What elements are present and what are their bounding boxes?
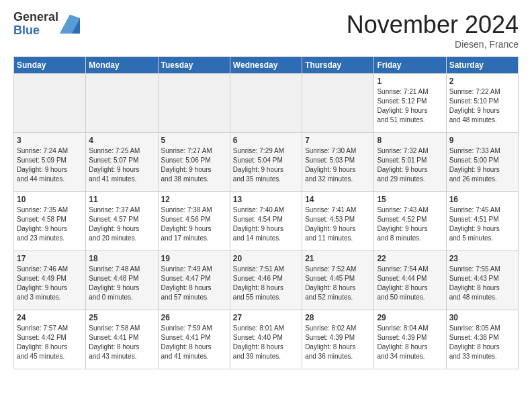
day-number: 7 <box>305 136 371 145</box>
calendar-cell: 30Sunrise: 8:05 AM Sunset: 4:38 PM Dayli… <box>446 310 518 369</box>
day-info: Sunrise: 7:37 AM Sunset: 4:57 PM Dayligh… <box>89 205 154 243</box>
col-tuesday: Tuesday <box>158 57 230 74</box>
day-info: Sunrise: 7:27 AM Sunset: 5:06 PM Dayligh… <box>161 146 227 184</box>
day-number: 25 <box>89 313 154 322</box>
calendar-cell: 29Sunrise: 8:04 AM Sunset: 4:39 PM Dayli… <box>374 310 446 369</box>
day-info: Sunrise: 8:04 AM Sunset: 4:39 PM Dayligh… <box>377 324 443 361</box>
col-saturday: Saturday <box>446 57 518 74</box>
day-number: 9 <box>449 136 515 145</box>
calendar-cell: 8Sunrise: 7:32 AM Sunset: 5:01 PM Daylig… <box>374 133 446 192</box>
day-number: 17 <box>17 254 83 263</box>
day-info: Sunrise: 8:05 AM Sunset: 4:38 PM Dayligh… <box>449 324 515 361</box>
day-info: Sunrise: 7:48 AM Sunset: 4:48 PM Dayligh… <box>89 265 154 302</box>
day-info: Sunrise: 7:30 AM Sunset: 5:03 PM Dayligh… <box>305 146 371 184</box>
day-info: Sunrise: 7:35 AM Sunset: 4:58 PM Dayligh… <box>17 205 83 243</box>
col-monday: Monday <box>86 57 158 74</box>
day-number: 19 <box>161 254 227 263</box>
calendar-cell: 5Sunrise: 7:27 AM Sunset: 5:06 PM Daylig… <box>158 133 230 192</box>
day-info: Sunrise: 7:41 AM Sunset: 4:53 PM Dayligh… <box>305 205 371 243</box>
calendar-cell: 26Sunrise: 7:59 AM Sunset: 4:41 PM Dayli… <box>158 310 230 369</box>
month-title: November 2024 <box>347 11 519 39</box>
day-number: 15 <box>377 195 443 204</box>
calendar-cell: 4Sunrise: 7:25 AM Sunset: 5:07 PM Daylig… <box>86 133 158 192</box>
day-number: 10 <box>17 195 83 204</box>
calendar-table: Sunday Monday Tuesday Wednesday Thursday… <box>13 56 519 369</box>
day-info: Sunrise: 8:01 AM Sunset: 4:40 PM Dayligh… <box>233 324 299 361</box>
day-info: Sunrise: 7:22 AM Sunset: 5:10 PM Dayligh… <box>449 87 515 125</box>
calendar-cell <box>230 74 302 133</box>
logo-blue: Blue <box>13 24 58 38</box>
day-info: Sunrise: 7:24 AM Sunset: 5:09 PM Dayligh… <box>17 146 83 184</box>
calendar-week-2: 3Sunrise: 7:24 AM Sunset: 5:09 PM Daylig… <box>14 133 519 192</box>
title-area: November 2024 Diesen, France <box>347 11 519 50</box>
calendar-cell: 7Sunrise: 7:30 AM Sunset: 5:03 PM Daylig… <box>302 133 374 192</box>
logo: General Blue <box>13 11 80 38</box>
day-number: 24 <box>17 313 83 322</box>
calendar-cell: 12Sunrise: 7:38 AM Sunset: 4:56 PM Dayli… <box>158 192 230 251</box>
logo-general: General <box>13 11 58 24</box>
day-number: 5 <box>161 136 227 145</box>
calendar-header-row: Sunday Monday Tuesday Wednesday Thursday… <box>14 57 519 74</box>
calendar-cell: 16Sunrise: 7:45 AM Sunset: 4:51 PM Dayli… <box>446 192 518 251</box>
day-number: 6 <box>233 136 299 145</box>
day-number: 21 <box>305 254 371 263</box>
calendar-cell: 25Sunrise: 7:58 AM Sunset: 4:41 PM Dayli… <box>86 310 158 369</box>
calendar-cell: 11Sunrise: 7:37 AM Sunset: 4:57 PM Dayli… <box>86 192 158 251</box>
day-number: 14 <box>305 195 371 204</box>
calendar-cell <box>14 74 86 133</box>
calendar-week-3: 10Sunrise: 7:35 AM Sunset: 4:58 PM Dayli… <box>14 192 519 251</box>
col-wednesday: Wednesday <box>230 57 302 74</box>
location: Diesen, France <box>347 39 519 50</box>
calendar-cell: 18Sunrise: 7:48 AM Sunset: 4:48 PM Dayli… <box>86 251 158 310</box>
calendar-cell: 10Sunrise: 7:35 AM Sunset: 4:58 PM Dayli… <box>14 192 86 251</box>
day-info: Sunrise: 7:51 AM Sunset: 4:46 PM Dayligh… <box>233 265 299 302</box>
day-info: Sunrise: 7:49 AM Sunset: 4:47 PM Dayligh… <box>161 265 227 302</box>
logo-text: General Blue <box>13 11 58 38</box>
day-info: Sunrise: 7:57 AM Sunset: 4:42 PM Dayligh… <box>17 324 83 361</box>
calendar-cell: 15Sunrise: 7:43 AM Sunset: 4:52 PM Dayli… <box>374 192 446 251</box>
calendar-cell: 1Sunrise: 7:21 AM Sunset: 5:12 PM Daylig… <box>374 74 446 133</box>
calendar-cell: 24Sunrise: 7:57 AM Sunset: 4:42 PM Dayli… <box>14 310 86 369</box>
calendar-cell: 17Sunrise: 7:46 AM Sunset: 4:49 PM Dayli… <box>14 251 86 310</box>
day-info: Sunrise: 7:43 AM Sunset: 4:52 PM Dayligh… <box>377 205 443 243</box>
day-number: 11 <box>89 195 154 204</box>
day-number: 29 <box>377 313 443 322</box>
day-info: Sunrise: 7:59 AM Sunset: 4:41 PM Dayligh… <box>161 324 227 361</box>
day-number: 18 <box>89 254 154 263</box>
day-number: 12 <box>161 195 227 204</box>
day-number: 23 <box>449 254 515 263</box>
day-info: Sunrise: 7:46 AM Sunset: 4:49 PM Dayligh… <box>17 265 83 302</box>
calendar-cell <box>158 74 230 133</box>
page-container: General Blue November 2024 Diesen, Franc… <box>0 0 532 376</box>
day-info: Sunrise: 7:55 AM Sunset: 4:43 PM Dayligh… <box>449 265 515 302</box>
calendar-cell: 20Sunrise: 7:51 AM Sunset: 4:46 PM Dayli… <box>230 251 302 310</box>
col-thursday: Thursday <box>302 57 374 74</box>
calendar-cell: 27Sunrise: 8:01 AM Sunset: 4:40 PM Dayli… <box>230 310 302 369</box>
calendar-cell: 6Sunrise: 7:29 AM Sunset: 5:04 PM Daylig… <box>230 133 302 192</box>
day-number: 2 <box>449 77 515 86</box>
calendar-week-4: 17Sunrise: 7:46 AM Sunset: 4:49 PM Dayli… <box>14 251 519 310</box>
day-info: Sunrise: 7:33 AM Sunset: 5:00 PM Dayligh… <box>449 146 515 184</box>
day-info: Sunrise: 7:29 AM Sunset: 5:04 PM Dayligh… <box>233 146 299 184</box>
col-sunday: Sunday <box>14 57 86 74</box>
calendar-cell: 9Sunrise: 7:33 AM Sunset: 5:00 PM Daylig… <box>446 133 518 192</box>
day-info: Sunrise: 7:40 AM Sunset: 4:54 PM Dayligh… <box>233 205 299 243</box>
calendar-week-1: 1Sunrise: 7:21 AM Sunset: 5:12 PM Daylig… <box>14 74 519 133</box>
day-info: Sunrise: 7:52 AM Sunset: 4:45 PM Dayligh… <box>305 265 371 302</box>
day-info: Sunrise: 7:45 AM Sunset: 4:51 PM Dayligh… <box>449 205 515 243</box>
logo-icon <box>60 15 80 34</box>
calendar-cell: 21Sunrise: 7:52 AM Sunset: 4:45 PM Dayli… <box>302 251 374 310</box>
day-number: 20 <box>233 254 299 263</box>
day-number: 8 <box>377 136 443 145</box>
day-number: 1 <box>377 77 443 86</box>
day-number: 28 <box>305 313 371 322</box>
day-number: 3 <box>17 136 83 145</box>
day-number: 22 <box>377 254 443 263</box>
calendar-week-5: 24Sunrise: 7:57 AM Sunset: 4:42 PM Dayli… <box>14 310 519 369</box>
day-info: Sunrise: 8:02 AM Sunset: 4:39 PM Dayligh… <box>305 324 371 361</box>
calendar-cell: 19Sunrise: 7:49 AM Sunset: 4:47 PM Dayli… <box>158 251 230 310</box>
day-info: Sunrise: 7:25 AM Sunset: 5:07 PM Dayligh… <box>89 146 154 184</box>
day-info: Sunrise: 7:38 AM Sunset: 4:56 PM Dayligh… <box>161 205 227 243</box>
day-info: Sunrise: 7:54 AM Sunset: 4:44 PM Dayligh… <box>377 265 443 302</box>
day-number: 30 <box>449 313 515 322</box>
